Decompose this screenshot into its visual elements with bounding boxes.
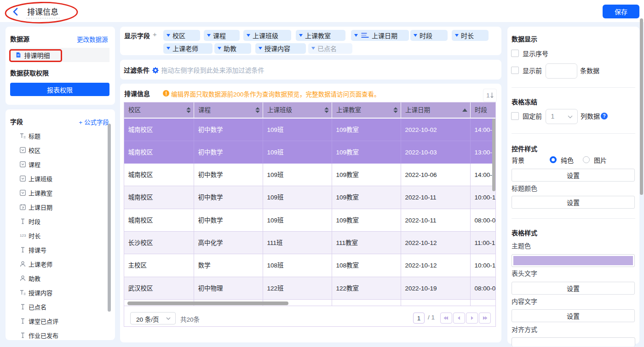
svg-text:?: ? bbox=[603, 114, 605, 119]
